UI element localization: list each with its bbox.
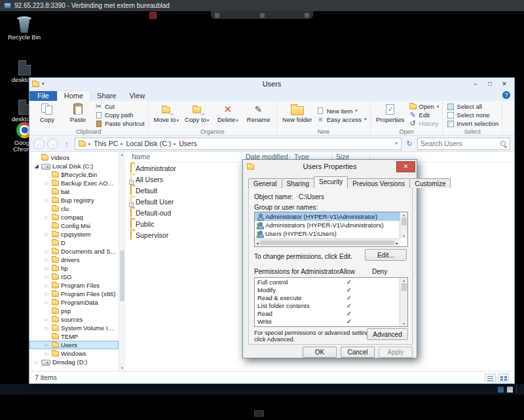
nav-item-program-files-x86[interactable]: ▷Program Files (x86) <box>29 290 119 298</box>
help-icon[interactable]: ? <box>502 91 510 99</box>
nav-item-drivers[interactable]: ▷drivers <box>29 256 119 264</box>
nav-item-d[interactable]: D <box>29 239 119 247</box>
details-view-button[interactable] <box>485 373 496 382</box>
dialog-tab-sharing[interactable]: Sharing <box>282 178 314 188</box>
nav-item-temp[interactable]: TEMP <box>29 332 119 341</box>
dialog-tab-customize[interactable]: Customize <box>409 178 451 188</box>
scrollbar-thumb[interactable] <box>402 283 407 291</box>
nav-item-cpqsystem[interactable]: ▷cpqsystem <box>29 230 119 239</box>
up-button[interactable]: ↑ <box>61 138 72 149</box>
minimize-button[interactable]: – <box>468 79 483 88</box>
scroll-up-icon[interactable]: ▲ <box>119 153 125 157</box>
select-none-button[interactable]: Select none <box>446 111 498 119</box>
paste-shortcut-button[interactable]: Paste shortcut <box>94 119 145 128</box>
group-list-hscrollbar[interactable]: ◀ ▶ <box>255 239 400 246</box>
allow-checkbox[interactable]: ✓ <box>341 278 357 286</box>
group-item-administrators-hyper-v1-administrators[interactable]: Administrators (HYPER-V1\Administrators) <box>255 221 400 229</box>
edit-button[interactable]: ✎ Edit <box>409 111 440 119</box>
scroll-left-icon[interactable]: ◀ <box>256 241 259 245</box>
nav-item-sources[interactable]: ▷sources <box>29 315 119 324</box>
tab-home[interactable]: Home <box>57 90 90 101</box>
rdp-connection-bar[interactable] <box>211 11 313 19</box>
cancel-button[interactable]: Cancel <box>341 347 375 358</box>
address-dropdown-icon[interactable]: ▾ <box>395 141 398 146</box>
show-desktop-button[interactable] <box>516 385 519 393</box>
nav-item-documents-and-settings[interactable]: ▷Documents and Settings <box>29 247 119 256</box>
expand-collapsed-icon[interactable]: ▷ <box>44 283 50 288</box>
copy-button[interactable]: Copy <box>33 102 62 128</box>
column-header-name[interactable]: Name <box>125 152 242 162</box>
expand-collapsed-icon[interactable]: ▷ <box>44 215 50 220</box>
copy-path-button[interactable]: Copy path <box>94 111 145 119</box>
tab-share[interactable]: Share <box>90 91 122 101</box>
permission-list-vscrollbar[interactable]: ▲ ▼ <box>400 278 407 326</box>
move-to-button[interactable]: → Move to▾ <box>152 102 181 128</box>
advanced-button[interactable]: Advanced <box>367 328 408 340</box>
expand-collapsed-icon[interactable]: ▷ <box>44 300 50 305</box>
expand-collapsed-icon[interactable]: ▷ <box>44 317 50 322</box>
thumbnails-view-button[interactable] <box>498 373 509 382</box>
expand-collapsed-icon[interactable]: ▷ <box>44 198 50 203</box>
nav-item-windows[interactable]: ▷Windows <box>29 349 119 358</box>
expand-expanded-icon[interactable]: ◢ <box>33 163 39 169</box>
dialog-tab-security[interactable]: Security <box>314 176 348 188</box>
copy-to-button[interactable]: → Copy to▾ <box>183 102 212 128</box>
tab-view[interactable]: View <box>122 91 151 101</box>
scrollbar-thumb[interactable] <box>402 218 407 225</box>
cut-button[interactable]: ✂ Cut <box>94 102 145 111</box>
nav-scrollbar[interactable]: ▲ ▼ <box>119 152 125 371</box>
new-folder-button[interactable]: New folder <box>280 102 314 128</box>
back-button[interactable]: ← <box>33 138 45 149</box>
close-button[interactable]: ✕ <box>497 79 512 88</box>
allow-checkbox[interactable]: ✓ <box>341 302 357 309</box>
paste-button[interactable]: Paste <box>64 102 92 128</box>
breadcrumb-segment-local-disk-c[interactable]: Local Disk (C:) <box>126 140 171 147</box>
nav-item-videos[interactable]: Videos <box>29 153 119 162</box>
group-item-users-hyper-v1-users[interactable]: Users (HYPER-V1\Users) <box>255 229 400 238</box>
expand-collapsed-icon[interactable]: ▷ <box>44 258 50 263</box>
nav-item-backup-exec-aofo-store[interactable]: ▷Backup Exec AOFO Store <box>29 179 119 187</box>
nav-item-psp[interactable]: psp <box>29 307 119 315</box>
expand-collapsed-icon[interactable]: ▷ <box>44 249 50 254</box>
edit-permissions-button[interactable]: Edit... <box>365 249 407 261</box>
allow-checkbox[interactable]: ✓ <box>341 318 357 325</box>
expand-collapsed-icon[interactable]: ▷ <box>44 266 50 271</box>
nav-item-config-msi[interactable]: Config.Msi <box>29 221 119 230</box>
rename-button[interactable]: ✎ Rename <box>244 102 273 128</box>
expand-collapsed-icon[interactable]: ▷ <box>44 326 50 331</box>
expand-collapsed-icon[interactable]: ▷ <box>44 275 50 280</box>
dialog-tab-general[interactable]: General <box>248 178 282 188</box>
invert-selection-button[interactable]: Invert selection <box>446 119 498 128</box>
network-tray-icon[interactable] <box>498 387 504 392</box>
scroll-up-icon[interactable]: ▲ <box>402 278 405 282</box>
nav-item-iso[interactable]: ▷ISO <box>29 273 119 281</box>
nav-item-hp[interactable]: ▷hp <box>29 264 119 273</box>
expand-collapsed-icon[interactable]: ▷ <box>33 360 39 365</box>
minimize-icon[interactable] <box>260 13 265 18</box>
nav-item-bup-registry[interactable]: ▷Bup registry <box>29 196 119 204</box>
ok-button[interactable]: OK <box>303 347 337 358</box>
breadcrumb-segment-users[interactable]: Users <box>179 140 196 147</box>
scroll-down-icon[interactable]: ▼ <box>402 322 405 326</box>
nav-item-users[interactable]: ▷Users <box>29 341 119 349</box>
scroll-down-icon[interactable]: ▼ <box>402 234 405 238</box>
forward-button[interactable]: → <box>47 138 58 149</box>
expand-collapsed-icon[interactable]: ▷ <box>44 292 50 297</box>
properties-button[interactable]: Properties <box>374 102 407 128</box>
breadcrumb-segment-this-pc[interactable]: This PC <box>94 140 118 147</box>
notification-tray-icon[interactable] <box>507 387 513 392</box>
group-item-administrator-hyper-v1-administrator[interactable]: Administrator (HYPER-V1\Administrator) <box>255 212 400 221</box>
allow-checkbox[interactable]: ✓ <box>341 286 357 294</box>
nav-item-dinsdag-d[interactable]: ▷Dinsdag (D:) <box>29 358 119 366</box>
nav-item-compaq[interactable]: ▷compaq <box>29 213 119 221</box>
pin-icon[interactable] <box>215 13 219 18</box>
expand-collapsed-icon[interactable]: ▷ <box>44 232 50 237</box>
allow-checkbox[interactable]: ✓ <box>341 294 357 301</box>
easy-access-button[interactable]: ≡ Easy access ▾ <box>316 115 367 124</box>
expand-collapsed-icon[interactable]: ▷ <box>44 351 50 356</box>
search-icon[interactable] <box>500 140 507 147</box>
breadcrumb-box[interactable]: ▸ This PC▸Local Disk (C:)▸Users ▾ <box>75 138 402 150</box>
scrollbar-thumb[interactable] <box>260 240 394 245</box>
nav-item-recycle-bin[interactable]: $Recycle.Bin <box>29 170 119 179</box>
open-button[interactable]: Open ▾ <box>409 102 440 111</box>
